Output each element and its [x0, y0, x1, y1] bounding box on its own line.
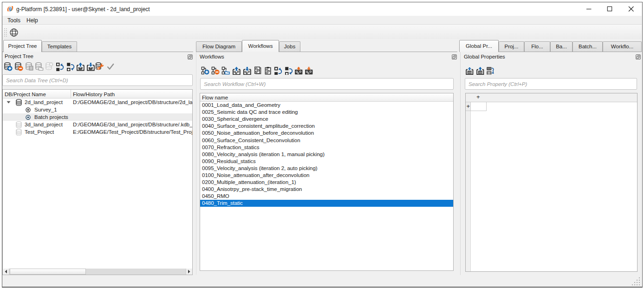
svg-text:g: g [9, 6, 12, 11]
